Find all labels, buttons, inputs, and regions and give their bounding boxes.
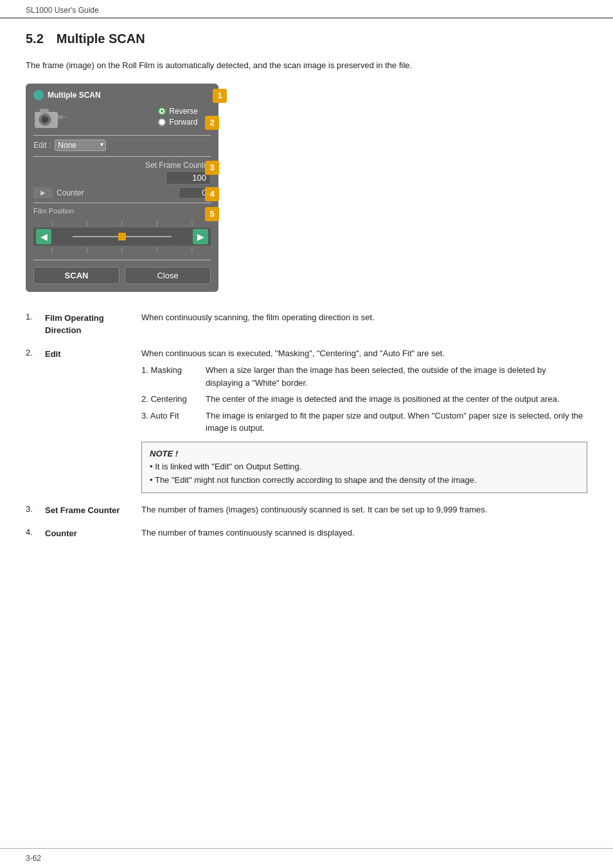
scan-button[interactable]: SCAN (33, 267, 120, 284)
sub-table-edit: 1. Masking When a size larger than the i… (141, 362, 587, 437)
sub-text-masking: When a size larger than the image has be… (206, 362, 587, 391)
radio-group: Reverse Forward (158, 107, 198, 129)
ui-panel: Multiple SCAN 1 (26, 84, 218, 292)
badge-4: 4 (205, 187, 219, 201)
tick-mark: | (121, 220, 123, 226)
sub-label-autofit: 3. Auto Fit (141, 408, 206, 437)
film-pos-left-arrow[interactable]: ◀ (36, 229, 51, 244)
tick-mark: | (86, 247, 87, 253)
divider-3 (33, 203, 211, 203)
tick-mark: | (121, 247, 123, 253)
counter-control[interactable]: ▶ (33, 187, 53, 199)
radio-forward-label: Forward (169, 118, 197, 127)
sub-text-autofit: The image is enlarged to fit the paper s… (206, 408, 587, 437)
desc-def-2: When continuous scan is executed, "Maski… (141, 347, 587, 493)
footer-bar: 3-62 (0, 848, 613, 868)
panel-title-icon (33, 90, 44, 100)
counter-row: ▶ Counter 0 4 (33, 187, 211, 199)
badge-5: 5 (205, 207, 219, 221)
film-pos-track: ◀ ▶ (33, 228, 211, 246)
edit-dropdown[interactable]: None ▾ (55, 140, 106, 151)
radio-forward[interactable]: Forward (158, 118, 198, 127)
radio-reverse-circle (158, 107, 166, 115)
note-box: NOTE ! It is linked with "Edit" on Outpu… (141, 442, 587, 493)
section-intro: The frame (image) on the Roll Film is au… (26, 59, 587, 72)
radio-forward-circle (158, 118, 166, 126)
tick-mark: | (156, 220, 157, 226)
film-pos-right-arrow[interactable]: ▶ (193, 229, 208, 244)
film-pos-line (51, 236, 193, 237)
desc-def-4: The number of frames continuously scanne… (141, 527, 587, 539)
edit-label: Edit : (33, 141, 51, 150)
desc-term-1: Film Operating Direction (45, 311, 141, 337)
tick-mark: | (156, 247, 157, 253)
desc-item-2: 2. Edit When continuous scan is executed… (26, 347, 587, 493)
radio-reverse-label: Reverse (169, 107, 198, 116)
tick-mark: | (51, 220, 53, 226)
desc-term-2: Edit (45, 347, 141, 361)
svg-point-2 (42, 116, 48, 123)
desc-num-2: 2. (26, 347, 45, 357)
svg-rect-6 (63, 116, 67, 118)
divider-2 (33, 156, 211, 157)
bottom-buttons: SCAN Close (33, 267, 211, 284)
svg-rect-3 (40, 109, 49, 113)
edit-value: None (58, 141, 76, 150)
radio-reverse[interactable]: Reverse (158, 107, 198, 116)
desc-list: 1. Film Operating Direction When continu… (26, 311, 587, 540)
film-position-section: Film Position | | | | | ◀ (33, 207, 211, 256)
header-title: SL1000 User's Guide (26, 6, 99, 15)
counter-control-icon: ▶ (40, 189, 46, 196)
desc-item-4: 4. Counter The number of frames continuo… (26, 527, 587, 540)
set-frame-counter-value[interactable]: 100 (166, 171, 211, 185)
camera-icon (33, 105, 69, 130)
svg-rect-5 (58, 115, 63, 119)
note-content: It is linked with "Edit" on Output Setti… (150, 460, 579, 487)
close-button[interactable]: Close (125, 267, 211, 284)
film-position-label: Film Position (33, 207, 211, 215)
desc-def-2-intro: When continuous scan is executed, "Maski… (141, 348, 445, 358)
desc-term-4: Counter (45, 527, 141, 540)
tick-mark: | (86, 220, 87, 226)
note-label: NOTE ! (150, 449, 178, 458)
top-bar: SL1000 User's Guide (0, 0, 613, 19)
note-bullet-2: The "Edit" might not function correctly … (150, 474, 579, 487)
film-direction-row: Reverse Forward 2 (33, 105, 211, 130)
counter-label: Counter (57, 188, 84, 197)
tick-mark: | (51, 247, 53, 253)
sub-text-centering: The center of the image is detected and … (206, 391, 587, 408)
desc-num-3: 3. (26, 503, 45, 514)
panel-title-bar: Multiple SCAN 1 (33, 90, 211, 100)
ui-panel-wrapper: Multiple SCAN 1 (26, 84, 587, 292)
desc-def-3: The number of frames (images) continuous… (141, 503, 587, 516)
desc-item-1: 1. Film Operating Direction When continu… (26, 311, 587, 337)
dropdown-arrow: ▾ (100, 141, 103, 148)
desc-num-1: 1. (26, 311, 45, 321)
section-number: 5.2 (26, 32, 44, 46)
camera-icon-area (33, 105, 69, 130)
sub-label-centering: 2. Centering (141, 391, 206, 408)
desc-num-4: 4. (26, 527, 45, 537)
film-pos-marker (118, 233, 126, 240)
tick-mark: | (191, 220, 193, 226)
page-number: 3-62 (26, 854, 41, 863)
edit-row: Edit : None ▾ (33, 140, 211, 151)
badge-3: 3 (205, 161, 219, 175)
sub-table-row: 1. Masking When a size larger than the i… (141, 362, 587, 391)
main-content: 5.2 Multiple SCAN The frame (image) on t… (0, 19, 613, 848)
desc-term-3: Set Frame Counter (45, 503, 141, 517)
desc-item-3: 3. Set Frame Counter The number of frame… (26, 503, 587, 517)
divider-4 (33, 260, 211, 260)
badge-1: 1 (213, 89, 227, 103)
tick-mark: | (191, 247, 193, 253)
sub-table-row: 3. Auto Fit The image is enlarged to fit… (141, 408, 587, 437)
note-bullet-1: It is linked with "Edit" on Output Setti… (150, 460, 579, 474)
sub-label-masking: 1. Masking (141, 362, 206, 391)
sub-table-row: 2. Centering The center of the image is … (141, 391, 587, 408)
desc-def-1: When continuously scanning, the film ope… (141, 311, 587, 324)
set-frame-counter-label: Set Frame Counter (33, 161, 211, 170)
divider-1 (33, 135, 211, 136)
section-title: Multiple SCAN (57, 32, 145, 46)
film-pos-center-line (73, 236, 172, 237)
page-wrapper: SL1000 User's Guide 5.2 Multiple SCAN Th… (0, 0, 613, 868)
